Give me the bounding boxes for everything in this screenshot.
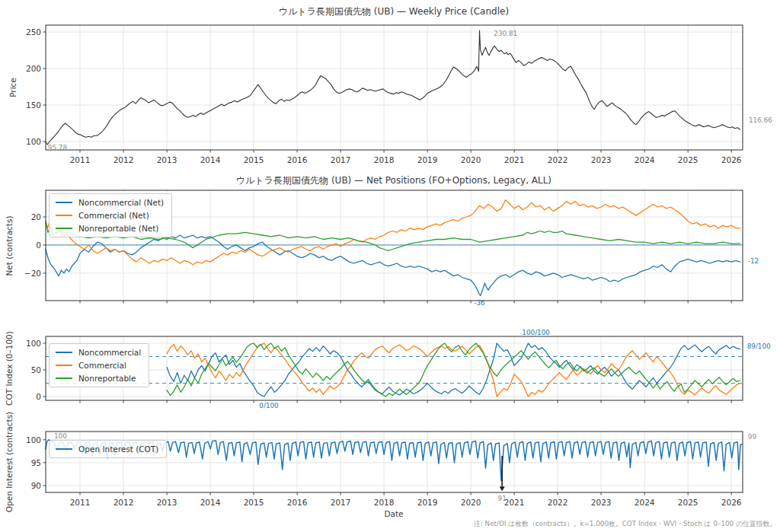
x-tick-label: 2020 (454, 155, 488, 165)
panel-frame (46, 336, 743, 400)
x-tick-label: 2018 (367, 155, 401, 165)
legend-line-swatch (56, 365, 72, 366)
y-tick-label: 200 (15, 63, 41, 74)
series-noncommercial-net (46, 235, 740, 296)
x-tick-label: 2018 (367, 497, 401, 508)
x-tick-label: 2013 (150, 497, 184, 508)
y-tick-label: 95 (15, 457, 41, 468)
annotation: 100/100 (522, 330, 550, 336)
panel-title: ウルトラ長期国債先物 (UB) — Net Positions (FO+Opti… (236, 174, 551, 187)
legend: NoncommercialCommercialNonreportable (49, 343, 149, 387)
x-tick-label: 2017 (324, 497, 357, 508)
legend-label: Commercial (78, 361, 126, 370)
y-tick-label: 100 (15, 338, 41, 349)
annotation: 95.78 (48, 145, 67, 151)
series-price (46, 30, 740, 145)
x-tick-label: 2025 (671, 497, 705, 508)
x-tick-label: 2024 (628, 155, 661, 165)
panel-title: ウルトラ長期国債先物 (UB) — Weekly Price (Candle) (279, 5, 509, 18)
legend-item: Noncommercial (56, 348, 141, 357)
legend-label: Noncommercial (Net) (78, 198, 164, 207)
y-tick-label: 0 (15, 391, 41, 402)
x-tick-label: 2016 (280, 497, 314, 508)
x-tick-label: 2022 (541, 497, 574, 508)
x-tick-label: 2012 (107, 155, 140, 165)
y-axis-label: Price (8, 78, 18, 97)
legend-item: Commercial (56, 361, 141, 370)
legend-line-swatch (56, 377, 72, 379)
y-axis-label: Net (contracts) (5, 215, 14, 276)
x-tick-label: 2019 (411, 155, 444, 165)
y-tick-label: 20 (15, 212, 41, 222)
y-tick-label: 100 (15, 435, 41, 445)
y-tick-label: 150 (15, 100, 41, 110)
x-tick-label: 2025 (671, 155, 705, 165)
x-tick-label: 2022 (541, 155, 574, 165)
x-tick-label: 2019 (411, 497, 444, 508)
legend-item: Noncommercial (Net) (56, 198, 164, 207)
x-tick-label: 2024 (628, 497, 661, 508)
legend-item: Commercial (Net) (56, 211, 164, 220)
x-tick-label: 2015 (237, 155, 270, 165)
down-arrow-head-icon (500, 486, 505, 491)
legend-line-swatch (56, 215, 72, 216)
legend-item: Nonreportable (56, 374, 141, 383)
y-tick-label: 0 (15, 240, 41, 250)
legend-label: Noncommercial (78, 348, 141, 357)
x-tick-label: 2026 (714, 497, 748, 508)
annotation: 89/100 (747, 343, 771, 350)
y-axis-label: COT Index (0–100) (5, 331, 14, 406)
legend: Noncommercial (Net)Commercial (Net)Nonre… (49, 193, 172, 237)
legend-item: Open Interest (COT) (56, 444, 158, 454)
legend-line-swatch (56, 228, 72, 229)
annotation: -36 (474, 300, 484, 307)
x-tick-label: 2011 (63, 497, 97, 508)
x-tick-label: 2012 (107, 497, 140, 508)
x-tick-label: 2017 (324, 155, 357, 165)
panel-frame (46, 25, 743, 150)
y-axis-label: Open Interest (contracts) (5, 412, 14, 512)
annotation: -12 (748, 258, 759, 265)
y-tick-label: 50 (15, 365, 41, 375)
y-tick-label: 100 (15, 136, 41, 147)
y-tick-label: 250 (15, 27, 41, 37)
x-tick-label: 2011 (63, 155, 97, 165)
legend-label: Nonreportable (78, 374, 136, 383)
x-tick-label: 2021 (497, 155, 531, 165)
legend-label: Nonreportable (Net) (78, 224, 158, 233)
x-tick-label: 2026 (714, 155, 748, 165)
x-tick-label: 2023 (584, 155, 618, 165)
legend-line-swatch (56, 352, 72, 353)
legend-label: Open Interest (COT) (78, 444, 158, 454)
legend-item: Nonreportable (Net) (56, 224, 164, 233)
legend-line-swatch (56, 202, 72, 203)
x-tick-label: 2016 (280, 155, 314, 165)
annotation: 230.81 (494, 30, 517, 37)
annotation: 91 (498, 495, 507, 502)
y-tick-label: 90 (15, 480, 41, 491)
x-tick-label: 2014 (193, 497, 227, 508)
annotation: 99 (748, 434, 756, 441)
x-tick-label: 2020 (454, 497, 488, 508)
y-tick-label: −20 (15, 268, 41, 279)
legend-line-swatch (56, 448, 72, 450)
x-tick-label: 2023 (584, 497, 618, 508)
cot-dashboard-figure: 注: Net/OI は枚数（contracts）。k=1,000枚。COT In… (0, 0, 780, 532)
annotation: 116.66 (749, 117, 772, 124)
annotation: 100 (54, 433, 67, 440)
annotation: 0/100 (259, 403, 278, 409)
x-tick-label: 2015 (237, 497, 270, 508)
legend: Open Interest (COT) (49, 440, 167, 458)
x-tick-label: 2013 (150, 155, 184, 165)
legend-label: Commercial (Net) (78, 211, 149, 220)
x-tick-label: 2014 (193, 155, 227, 165)
